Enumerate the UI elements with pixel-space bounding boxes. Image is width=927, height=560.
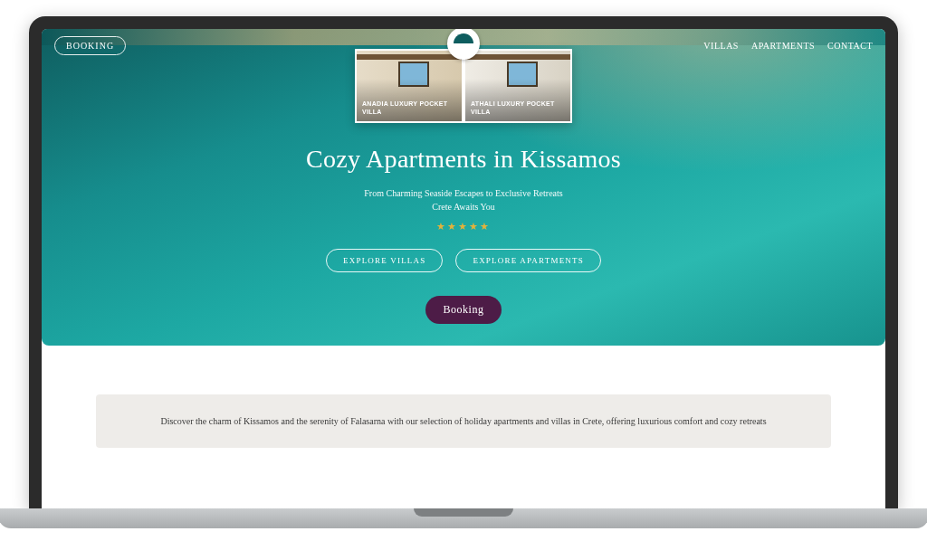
hero-sub-line2: Crete Awaits You — [42, 200, 885, 214]
hero-subtitle: From Charming Seaside Escapes to Exclusi… — [42, 186, 885, 214]
intro-text: Discover the charm of Kissamos and the s… — [139, 414, 788, 428]
hero-sub-line1: From Charming Seaside Escapes to Exclusi… — [42, 186, 885, 200]
webpage-screen: BOOKING VILLAS APARTMENTS CONTACT — [42, 29, 885, 508]
villas-dropdown: ANADIA LUXURY POCKET VILLA ATHALI LUXURY… — [355, 49, 572, 123]
hero-title: Cozy Apartments in Kissamos — [42, 145, 885, 174]
window-decor — [398, 62, 429, 87]
hero-cta-row: EXPLORE VILLAS EXPLORE APARTMENTS — [42, 249, 885, 272]
laptop-hinge-notch — [414, 508, 513, 517]
villa-card-label: ANADIA LUXURY POCKET VILLA — [362, 100, 458, 116]
laptop-mockup: BOOKING VILLAS APARTMENTS CONTACT — [29, 16, 898, 528]
laptop-base — [0, 508, 927, 528]
nav-apartments[interactable]: APARTMENTS — [751, 41, 815, 51]
intro-blurb: Discover the charm of Kissamos and the s… — [96, 394, 831, 448]
villa-card-label: ATHALI LUXURY POCKET VILLA — [471, 100, 567, 116]
villa-card-athali[interactable]: ATHALI LUXURY POCKET VILLA — [465, 51, 570, 121]
nav-contact[interactable]: CONTACT — [827, 41, 873, 51]
logo-icon — [454, 33, 473, 53]
window-decor — [507, 62, 538, 87]
hero-section: BOOKING VILLAS APARTMENTS CONTACT — [42, 29, 885, 346]
booking-button[interactable]: Booking — [425, 296, 502, 324]
booking-pill-button[interactable]: BOOKING — [54, 36, 126, 55]
nav-links: VILLAS APARTMENTS CONTACT — [703, 41, 873, 51]
laptop-bezel: BOOKING VILLAS APARTMENTS CONTACT — [29, 16, 898, 508]
hero-content: Cozy Apartments in Kissamos From Charmin… — [42, 145, 885, 324]
explore-villas-button[interactable]: EXPLORE VILLAS — [326, 249, 443, 272]
nav-villas[interactable]: VILLAS — [703, 41, 739, 51]
explore-apartments-button[interactable]: EXPLORE APARTMENTS — [455, 249, 601, 272]
villa-card-anadia[interactable]: ANADIA LUXURY POCKET VILLA — [357, 51, 462, 121]
star-rating-icon: ★★★★★ — [42, 221, 885, 233]
